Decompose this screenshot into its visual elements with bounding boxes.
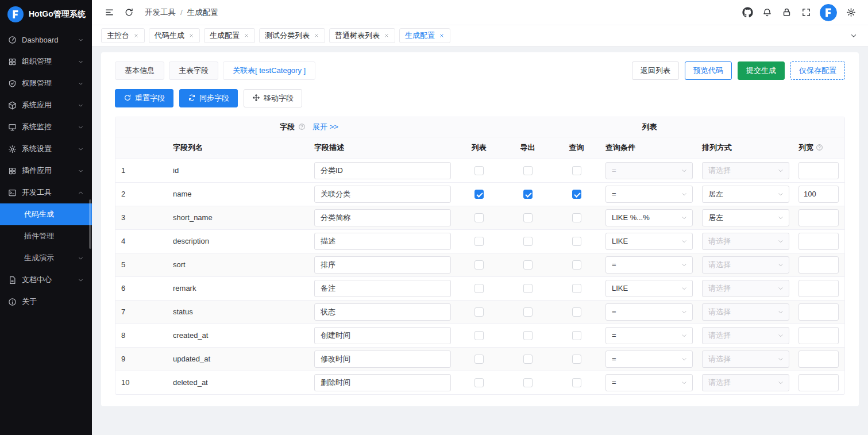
align-select[interactable]: 居左	[702, 186, 789, 203]
list-checkbox[interactable]	[474, 331, 484, 340]
tab-basic-info[interactable]: 基本信息	[115, 61, 164, 80]
query-condition-select[interactable]: =	[605, 303, 693, 321]
column-width-input[interactable]	[798, 256, 839, 274]
column-width-input[interactable]	[798, 186, 839, 203]
column-width-input[interactable]	[798, 327, 839, 344]
close-tab-icon[interactable]	[188, 33, 194, 39]
sidebar-item-sys-monitor[interactable]: 系统监控	[0, 116, 92, 138]
breadcrumb-item[interactable]: 开发工具	[145, 7, 176, 18]
query-checkbox[interactable]	[572, 190, 581, 199]
close-tab-icon[interactable]	[314, 33, 319, 39]
open-tab[interactable]: 代码生成	[149, 28, 200, 43]
export-checkbox[interactable]	[523, 237, 533, 246]
list-checkbox[interactable]	[474, 237, 484, 246]
field-desc-input[interactable]	[314, 209, 451, 226]
sidebar-subitem-plugin-manage[interactable]: 插件管理	[0, 225, 92, 247]
close-tab-icon[interactable]	[244, 33, 249, 39]
field-desc-input[interactable]	[314, 186, 451, 203]
open-tab[interactable]: 生成配置	[399, 28, 450, 43]
expand-fields-link[interactable]: 展开 >>	[313, 122, 338, 132]
collapse-sidebar-icon[interactable]	[100, 3, 118, 22]
back-to-list-button[interactable]: 返回列表	[632, 61, 679, 80]
align-select[interactable]: 居左	[702, 209, 789, 226]
query-checkbox[interactable]	[572, 213, 581, 222]
close-tab-icon[interactable]	[133, 33, 139, 39]
export-checkbox[interactable]	[523, 213, 533, 222]
sidebar-item-sys-settings[interactable]: 系统设置	[0, 138, 92, 160]
fullscreen-icon[interactable]	[797, 3, 815, 22]
query-condition-select[interactable]: LIKE %...%	[605, 209, 693, 226]
query-checkbox[interactable]	[572, 378, 581, 387]
export-checkbox[interactable]	[523, 307, 533, 317]
list-checkbox[interactable]	[474, 355, 484, 364]
open-tab[interactable]: 普通树表列表	[329, 28, 395, 43]
export-checkbox[interactable]	[523, 166, 533, 175]
column-width-input[interactable]	[798, 303, 839, 321]
sidebar-subitem-gen-demo[interactable]: 生成演示	[0, 247, 92, 269]
sidebar-item-dev-tools[interactable]: 开发工具	[0, 182, 92, 203]
export-checkbox[interactable]	[523, 378, 533, 387]
reload-page-icon[interactable]	[119, 3, 138, 22]
field-desc-input[interactable]	[314, 351, 451, 368]
query-condition-select[interactable]: =	[605, 186, 693, 203]
help-icon[interactable]	[298, 123, 306, 130]
open-tab[interactable]: 测试分类列表	[259, 28, 325, 43]
list-checkbox[interactable]	[474, 166, 484, 175]
field-desc-input[interactable]	[314, 374, 451, 391]
export-checkbox[interactable]	[523, 284, 533, 293]
sidebar-item-plugin-app[interactable]: 插件应用	[0, 160, 92, 182]
query-condition-select[interactable]: LIKE	[605, 280, 693, 297]
column-width-input[interactable]	[798, 233, 839, 250]
field-desc-input[interactable]	[314, 256, 451, 274]
reset-fields-button[interactable]: 重置字段	[115, 89, 173, 107]
lock-screen-icon[interactable]	[777, 3, 796, 22]
query-checkbox[interactable]	[572, 307, 581, 317]
query-condition-select[interactable]: =	[605, 327, 693, 344]
user-avatar[interactable]	[820, 4, 837, 21]
field-desc-input[interactable]	[314, 303, 451, 321]
sidebar-item-org[interactable]: 组织管理	[0, 51, 92, 72]
column-width-input[interactable]	[798, 351, 839, 368]
list-checkbox[interactable]	[474, 307, 484, 317]
field-desc-input[interactable]	[314, 280, 451, 297]
field-desc-input[interactable]	[314, 162, 451, 179]
close-tab-icon[interactable]	[439, 33, 445, 39]
sync-fields-button[interactable]: 同步字段	[179, 89, 238, 107]
sidebar-item-about[interactable]: 关于	[0, 291, 92, 313]
query-condition-select[interactable]: =	[605, 374, 693, 391]
column-width-input[interactable]	[798, 162, 839, 179]
tabs-dropdown-icon[interactable]	[846, 28, 861, 43]
tab-main-fields[interactable]: 主表字段	[169, 61, 218, 80]
sidebar-item-auth[interactable]: 权限管理	[0, 72, 92, 94]
list-checkbox[interactable]	[474, 190, 484, 199]
settings-gear-icon[interactable]	[842, 3, 860, 22]
close-tab-icon[interactable]	[384, 33, 389, 39]
field-desc-input[interactable]	[314, 233, 451, 250]
query-condition-select[interactable]: =	[605, 256, 693, 274]
open-tab[interactable]: 生成配置	[204, 28, 255, 43]
move-fields-button[interactable]: 移动字段	[244, 89, 302, 107]
export-checkbox[interactable]	[523, 190, 533, 199]
sidebar-item-doc-center[interactable]: 文档中心	[0, 269, 92, 291]
list-checkbox[interactable]	[474, 213, 484, 222]
github-icon[interactable]	[738, 3, 757, 22]
save-config-button[interactable]: 仅保存配置	[790, 61, 845, 80]
notification-bell-icon[interactable]	[758, 3, 776, 22]
sidebar-item-sys-app[interactable]: 系统应用	[0, 94, 92, 116]
sidebar-subitem-code-gen[interactable]: 代码生成	[0, 203, 92, 225]
query-checkbox[interactable]	[572, 284, 581, 293]
open-tab[interactable]: 主控台	[101, 28, 145, 43]
help-icon[interactable]	[816, 144, 823, 151]
field-desc-input[interactable]	[314, 327, 451, 344]
column-width-input[interactable]	[798, 280, 839, 297]
preview-code-button[interactable]: 预览代码	[685, 61, 732, 80]
scrollbar-thumb[interactable]	[89, 199, 91, 249]
sidebar-item-dashboard[interactable]: Dashboard	[0, 29, 92, 51]
list-checkbox[interactable]	[474, 378, 484, 387]
query-checkbox[interactable]	[572, 355, 581, 364]
query-checkbox[interactable]	[572, 166, 581, 175]
query-checkbox[interactable]	[572, 237, 581, 246]
export-checkbox[interactable]	[523, 355, 533, 364]
list-checkbox[interactable]	[474, 284, 484, 293]
tab-relation-table[interactable]: 关联表[ testCategory ]	[223, 61, 315, 80]
